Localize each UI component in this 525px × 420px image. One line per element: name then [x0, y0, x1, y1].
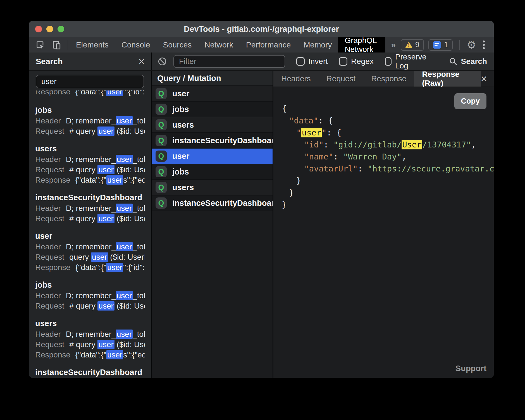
warnings-badge[interactable]: 9 — [401, 39, 424, 51]
tab-graphql-network[interactable]: GraphQL Network — [338, 37, 385, 52]
preserve-log-checkbox-group[interactable]: Preserve Log — [385, 52, 430, 70]
search-control[interactable]: Search — [449, 57, 487, 66]
match-highlight: user — [116, 330, 133, 339]
match-highlight: user — [97, 214, 114, 223]
close-window-button[interactable] — [35, 26, 42, 32]
match-highlight: user — [116, 155, 133, 164]
match-highlight: user — [97, 127, 114, 136]
query-type-badge: Q — [156, 104, 167, 115]
invert-label: Invert — [308, 57, 328, 66]
search-results-panel: Response{"data":{"user":{"id":"gid jobs … — [29, 71, 151, 378]
invert-checkbox[interactable] — [296, 57, 305, 66]
response-tab-bar: Headers Request Response Response (Raw) … — [273, 71, 494, 87]
close-detail-icon[interactable]: × — [481, 73, 487, 84]
toolbar-divider — [459, 40, 460, 50]
query-row-users[interactable]: Q users — [152, 117, 273, 133]
search-pane-header: Search × — [29, 52, 151, 70]
query-type-badge: Q — [156, 135, 167, 146]
tab-performance[interactable]: Performance — [240, 37, 297, 52]
raw-match-highlight: User — [402, 140, 422, 149]
minimize-window-button[interactable] — [46, 26, 53, 32]
result-group-title: user — [35, 230, 145, 242]
result-group-title: instanceSecurityDashboard — [35, 367, 145, 378]
query-list-panel: Query / Mutation Q user Q jobs Q users Q… — [152, 71, 273, 378]
tab-response[interactable]: Response — [363, 71, 414, 87]
match-highlight: user — [106, 263, 123, 272]
query-type-badge: Q — [156, 166, 167, 177]
issues-badge[interactable]: 1 — [428, 39, 453, 51]
search-results-list: Response{"data":{"user":{"id":"gid jobs … — [29, 88, 151, 378]
tab-memory[interactable]: Memory — [297, 37, 338, 52]
result-group-title: jobs — [35, 104, 145, 116]
query-row-jobs[interactable]: Q jobs — [152, 102, 273, 117]
message-icon — [433, 41, 441, 49]
response-panel: Headers Request Response Response (Raw) … — [273, 71, 494, 378]
result-group-title: users — [35, 318, 145, 329]
zoom-window-button[interactable] — [58, 26, 64, 32]
search-result-group[interactable]: jobs HeaderD; remember_user_token=e Requ… — [35, 279, 145, 311]
query-row-users[interactable]: Q users — [152, 180, 273, 195]
query-row-jobs[interactable]: Q jobs — [152, 164, 273, 180]
query-type-badge: Q — [156, 182, 167, 193]
match-highlight: user — [97, 301, 114, 311]
raw-match-highlight: user — [301, 128, 322, 137]
warning-icon — [405, 42, 412, 48]
tab-request[interactable]: Request — [319, 71, 363, 87]
tab-console[interactable]: Console — [115, 37, 157, 52]
search-result-group[interactable]: jobs HeaderD; remember_user_token=e Requ… — [35, 104, 145, 136]
copy-button[interactable]: Copy — [454, 93, 487, 109]
match-highlight: user — [106, 90, 123, 96]
support-link[interactable]: Support — [455, 362, 486, 374]
query-row-instance-security-dashboard[interactable]: Q instanceSecurityDashboard — [152, 195, 273, 211]
tab-elements[interactable]: Elements — [70, 37, 115, 52]
result-group-title: jobs — [35, 279, 145, 290]
query-type-badge: Q — [156, 197, 167, 209]
raw-response-viewer: Copy { "data": { "user": { "id": "gid://… — [273, 87, 494, 378]
search-result-group[interactable]: users HeaderD; remember_user_token=e Req… — [35, 143, 145, 185]
toolbar-divider — [67, 40, 67, 50]
invert-checkbox-group[interactable]: Invert — [296, 57, 328, 66]
search-control-label: Search — [461, 57, 487, 66]
inspect-element-icon[interactable] — [35, 39, 46, 51]
regex-label: Regex — [351, 57, 374, 66]
query-type-badge: Q — [156, 119, 167, 130]
match-highlight: user — [97, 340, 114, 349]
match-highlight: user — [116, 116, 133, 125]
device-toolbar-icon[interactable] — [51, 39, 62, 51]
query-type-badge: Q — [156, 151, 167, 162]
preserve-log-label: Preserve Log — [395, 52, 430, 70]
search-icon — [449, 57, 458, 66]
devtools-window: DevTools - gitlab.com/-/graphql-explorer… — [29, 21, 494, 378]
close-search-icon[interactable]: × — [139, 56, 145, 67]
search-input[interactable] — [36, 75, 144, 88]
query-list-title: Query / Mutation — [157, 74, 221, 83]
search-result-group[interactable]: users HeaderD; remember_user_token=e Req… — [35, 318, 145, 360]
tab-sources[interactable]: Sources — [157, 37, 198, 52]
search-pane-title: Search — [36, 57, 139, 66]
clear-filter-icon[interactable] — [158, 58, 166, 65]
regex-checkbox[interactable] — [339, 57, 347, 66]
search-result-group[interactable]: instanceSecurityDashboard HeaderD; remem… — [35, 367, 145, 378]
more-tabs-chevron[interactable]: » — [385, 37, 401, 52]
title-bar: DevTools - gitlab.com/-/graphql-explorer — [29, 21, 494, 37]
regex-checkbox-group[interactable]: Regex — [339, 57, 374, 66]
search-result-partial[interactable]: Response{"data":{"user":{"id":"gid — [35, 90, 145, 98]
tab-headers[interactable]: Headers — [273, 71, 319, 87]
window-title: DevTools - gitlab.com/-/graphql-explorer — [184, 25, 339, 34]
match-highlight: user — [106, 175, 123, 185]
devtools-toolbar: Elements Console Sources Network Perform… — [29, 37, 494, 52]
kebab-menu-icon[interactable] — [481, 40, 487, 49]
query-row-instance-security-dashboard[interactable]: Q instanceSecurityDashboard — [152, 133, 273, 149]
query-row-user-selected[interactable]: Q user — [152, 149, 273, 164]
query-row-user[interactable]: Q user — [152, 86, 273, 102]
query-list-header: Query / Mutation — [152, 71, 273, 86]
preserve-log-checkbox[interactable] — [385, 57, 392, 66]
match-highlight: user — [91, 252, 108, 262]
search-result-group[interactable]: instanceSecurityDashboard HeaderD; remem… — [35, 192, 145, 224]
settings-gear-icon[interactable]: ⚙ — [467, 40, 476, 50]
match-highlight: user — [116, 242, 133, 251]
search-result-group[interactable]: user HeaderD; remember_user_token=e Requ… — [35, 230, 145, 273]
tab-network[interactable]: Network — [198, 37, 240, 52]
tab-response-raw[interactable]: Response (Raw) — [414, 71, 481, 87]
filter-input[interactable] — [173, 55, 285, 68]
